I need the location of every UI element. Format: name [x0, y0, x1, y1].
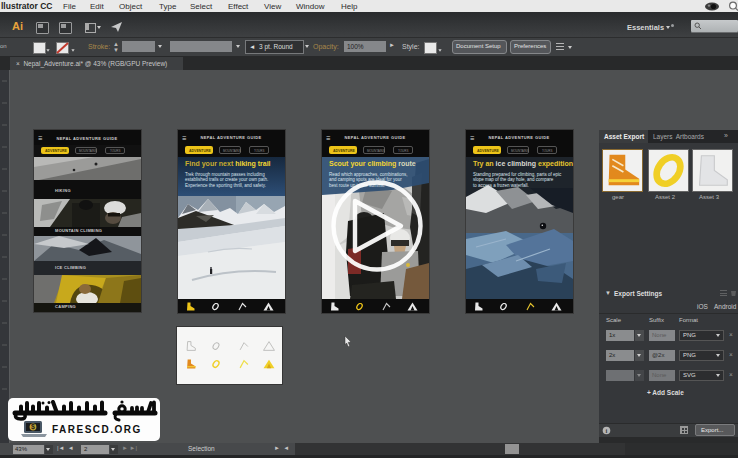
svg-text:i: i [606, 427, 608, 434]
svg-text:$: $ [31, 423, 35, 431]
